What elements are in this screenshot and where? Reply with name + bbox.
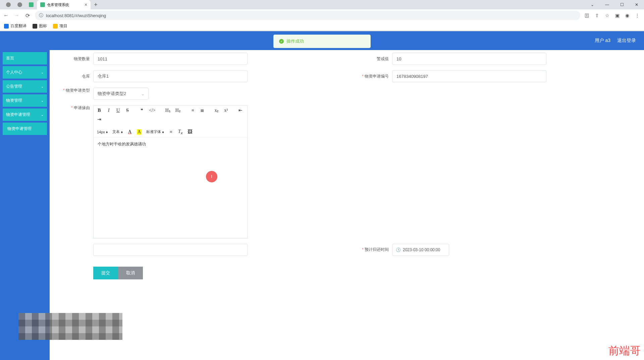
label-apply-no: 物资申请编号: [355, 74, 392, 79]
sidebar-item-apply-sub[interactable]: 物资申请管理: [3, 123, 47, 135]
label-threshold: 警戒值: [355, 56, 392, 62]
pixelated-overlay: [18, 313, 122, 340]
input-apply-no[interactable]: [392, 70, 546, 82]
bold-button[interactable]: B: [97, 108, 102, 113]
code-button[interactable]: </>: [149, 108, 156, 113]
outdent-button[interactable]: ⇤: [238, 107, 243, 113]
content: 物资数量 警戒值 仓库 物资申请编号 物资申请类型 物资申请类型2 申请缘由: [50, 50, 644, 360]
browser-tab-1[interactable]: [14, 0, 25, 9]
bookmark-icon: [33, 24, 37, 29]
bookmark-bar: 百度翻译 图标 项目: [0, 21, 644, 31]
ul-button[interactable]: ≣: [200, 107, 205, 113]
cursor-indicator: I: [206, 171, 217, 182]
row-return-time: 预计归还时间 🕓 2023-03-10 00:00:00: [355, 244, 637, 256]
info-icon: ⓘ: [39, 12, 43, 18]
sidebar-item-home[interactable]: 首页: [3, 52, 47, 64]
texttype-select[interactable]: 文本 ♦: [112, 129, 123, 134]
strike-button[interactable]: S: [125, 108, 130, 113]
dropdown-icon[interactable]: ⌄: [585, 0, 600, 9]
forward-button[interactable]: →: [13, 12, 20, 18]
separator: [209, 108, 210, 113]
tab-strip: 仓库管理系统 × + ⌄ — ☐ ✕: [0, 0, 644, 9]
reload-button[interactable]: ⟳: [24, 12, 31, 19]
label-apply-type: 物资申请类型: [56, 88, 93, 93]
sidebar-item-notice[interactable]: 公告管理⌄: [3, 80, 47, 93]
label-quantity: 物资数量: [56, 56, 93, 62]
italic-button[interactable]: I: [106, 108, 111, 113]
url-text: localhost:8081/#/wuziShenqing: [46, 13, 106, 18]
editor-content: 个地方时干啥的发讽德诵功: [98, 142, 146, 146]
share-icon[interactable]: ⇧: [594, 13, 600, 18]
input-quantity[interactable]: [93, 53, 248, 65]
label-warehouse: 仓库: [56, 74, 93, 79]
fontfamily-select[interactable]: 标准字体 ♦: [146, 129, 164, 134]
star-icon[interactable]: ☆: [604, 13, 610, 18]
profile-icon[interactable]: ◉: [625, 13, 630, 18]
sidebar-item-apply[interactable]: 物资申请管理⌄: [3, 108, 47, 121]
rich-editor: B I U S ❝ </> H₁ H₂ ≡ ≣ x₂: [93, 105, 248, 238]
sidebar-item-personal[interactable]: 个人中心⌄: [3, 66, 47, 79]
row-apply-no: 物资申请编号: [355, 70, 637, 82]
ol-button[interactable]: ≡: [191, 108, 195, 113]
input-empty[interactable]: [93, 244, 248, 256]
quote-button[interactable]: ❝: [140, 107, 144, 113]
logout-button[interactable]: 退出登录: [617, 38, 636, 44]
menu-icon[interactable]: ⋮: [635, 13, 640, 18]
new-tab-button[interactable]: +: [91, 1, 101, 8]
image-button[interactable]: 🖼: [187, 129, 192, 135]
vue-icon: [40, 2, 45, 7]
user-label[interactable]: 用户 a3: [595, 38, 610, 44]
clearformat-button[interactable]: Tx: [178, 129, 183, 135]
superscript-button[interactable]: x²: [224, 108, 228, 113]
minimize-button[interactable]: —: [600, 0, 614, 9]
clock-icon: 🕓: [396, 248, 401, 252]
bookmark-baidu[interactable]: 百度翻译: [4, 23, 26, 29]
browser-tab-active[interactable]: 仓库管理系统 ×: [37, 0, 91, 9]
globe-icon: [6, 2, 11, 7]
bookmark-icons[interactable]: 图标: [33, 23, 47, 29]
input-warehouse[interactable]: [93, 70, 248, 82]
browser-tab-0[interactable]: [3, 0, 14, 9]
watermark: 前端哥: [608, 344, 641, 358]
close-button[interactable]: ✕: [629, 0, 644, 9]
h2-button[interactable]: H₂: [175, 107, 181, 113]
key-icon[interactable]: ⚿: [584, 13, 590, 18]
nav-bar: ← → ⟳ ⓘ localhost:8081/#/wuziShenqing ⚿ …: [0, 9, 644, 21]
row-threshold: 警戒值: [355, 53, 637, 65]
textcolor-button[interactable]: A: [127, 129, 132, 135]
row-buttons: 提交 取消: [56, 261, 637, 279]
chevron-down-icon: ⌄: [41, 71, 44, 74]
h1-button[interactable]: H₁: [165, 107, 171, 113]
row-empty: [56, 244, 338, 256]
input-return-time[interactable]: 🕓 2023-03-10 00:00:00: [392, 244, 449, 256]
tab-icon: [17, 2, 22, 7]
separator: [185, 108, 186, 113]
close-icon[interactable]: ×: [85, 2, 87, 7]
cancel-button[interactable]: 取消: [118, 267, 143, 279]
toast-message: 操作成功: [286, 38, 304, 44]
vue-icon: [29, 2, 34, 7]
bgcolor-button[interactable]: A: [137, 129, 142, 135]
editor-body[interactable]: 个地方时干啥的发讽德诵功 I: [94, 137, 247, 238]
tab-title: 仓库管理系统: [47, 2, 69, 7]
underline-button[interactable]: U: [116, 108, 120, 113]
select-apply-type[interactable]: 物资申请类型2: [93, 88, 149, 100]
back-button[interactable]: ←: [3, 12, 9, 18]
bookmark-project[interactable]: 项目: [53, 23, 67, 29]
sidebar-item-material[interactable]: 物资管理⌄: [3, 94, 47, 107]
maximize-button[interactable]: ☐: [614, 0, 629, 9]
url-bar[interactable]: ⓘ localhost:8081/#/wuziShenqing: [35, 11, 580, 20]
indent-button[interactable]: ⇥: [97, 117, 102, 122]
browser-tab-2[interactable]: [25, 0, 37, 9]
bookmark-icon: [4, 24, 9, 29]
folder-icon: [53, 24, 58, 29]
submit-button[interactable]: 提交: [93, 267, 118, 279]
input-threshold[interactable]: [392, 53, 546, 65]
chevron-icon: ♦: [121, 130, 123, 134]
fontsize-select[interactable]: 14px ♦: [97, 130, 108, 134]
row-reason: 申请缘由 B I U S ❝ </> H₁ H₂ ≡: [56, 105, 637, 238]
subscript-button[interactable]: x₂: [214, 107, 219, 113]
separator: [160, 108, 161, 113]
panel-icon[interactable]: ▣: [614, 13, 620, 18]
align-button[interactable]: ≡: [169, 129, 173, 135]
